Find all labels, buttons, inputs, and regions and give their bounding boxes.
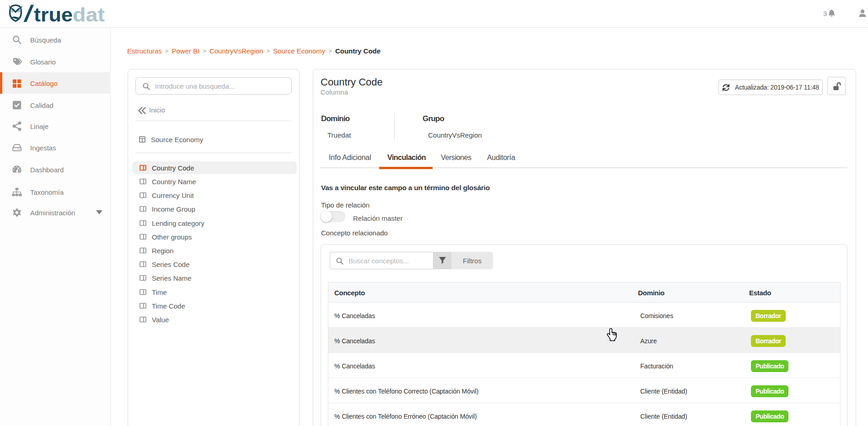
svg-text:true: true: [34, 4, 73, 26]
svg-text:dat: dat: [73, 4, 105, 26]
